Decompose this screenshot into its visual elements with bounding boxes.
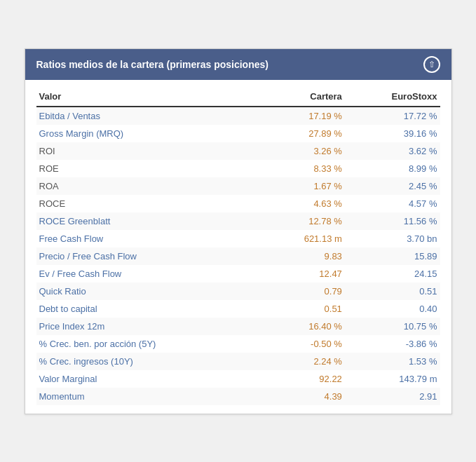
table-row: ROA1.67 %2.45 % bbox=[36, 177, 440, 195]
row-eurostoxx: 3.70 bn bbox=[345, 230, 440, 247]
col-cartera: Cartera bbox=[264, 86, 345, 107]
table-row: Quick Ratio0.790.51 bbox=[36, 283, 440, 300]
table-container: Valor Cartera EuroStoxx Ebitda / Ventas1… bbox=[25, 80, 451, 414]
row-cartera: 12.47 bbox=[264, 265, 345, 283]
row-label: % Crec. ingresos (10Y) bbox=[36, 353, 264, 370]
table-header-row: Valor Cartera EuroStoxx bbox=[36, 86, 440, 107]
row-eurostoxx: 3.62 % bbox=[345, 142, 440, 160]
table-row: Gross Margin (MRQ)27.89 %39.16 % bbox=[36, 125, 440, 142]
row-cartera: 2.24 % bbox=[264, 353, 345, 370]
row-eurostoxx: 4.57 % bbox=[345, 195, 440, 212]
row-cartera: 17.19 % bbox=[264, 107, 345, 125]
row-label: Price Index 12m bbox=[36, 318, 264, 335]
row-cartera: 4.63 % bbox=[264, 195, 345, 212]
table-row: ROCE4.63 %4.57 % bbox=[36, 195, 440, 212]
row-cartera: 0.79 bbox=[264, 283, 345, 300]
row-label: ROCE bbox=[36, 195, 264, 212]
row-eurostoxx: 0.51 bbox=[345, 283, 440, 300]
row-eurostoxx: 2.91 bbox=[345, 388, 440, 405]
collapse-button[interactable]: ⇧ bbox=[423, 56, 440, 73]
table-row: Precio / Free Cash Flow9.8315.89 bbox=[36, 247, 440, 265]
row-eurostoxx: 24.15 bbox=[345, 265, 440, 283]
row-label: Ev / Free Cash Flow bbox=[36, 265, 264, 283]
row-label: Ebitda / Ventas bbox=[36, 107, 264, 125]
row-eurostoxx: 0.40 bbox=[345, 300, 440, 318]
table-row: Ev / Free Cash Flow12.4724.15 bbox=[36, 265, 440, 283]
table-row: Ebitda / Ventas17.19 %17.72 % bbox=[36, 107, 440, 125]
row-eurostoxx: 2.45 % bbox=[345, 177, 440, 195]
row-cartera: 1.67 % bbox=[264, 177, 345, 195]
row-eurostoxx: 11.56 % bbox=[345, 212, 440, 230]
row-cartera: 3.26 % bbox=[264, 142, 345, 160]
row-eurostoxx: -3.86 % bbox=[345, 335, 440, 353]
row-label: Momentum bbox=[36, 388, 264, 405]
row-cartera: 27.89 % bbox=[264, 125, 345, 142]
row-eurostoxx: 17.72 % bbox=[345, 107, 440, 125]
card-header: Ratios medios de la cartera (primeras po… bbox=[25, 49, 451, 80]
table-row: Debt to capital0.510.40 bbox=[36, 300, 440, 318]
row-label: ROCE Greenblatt bbox=[36, 212, 264, 230]
row-label: Debt to capital bbox=[36, 300, 264, 318]
table-row: % Crec. ingresos (10Y)2.24 %1.53 % bbox=[36, 353, 440, 370]
table-row: ROI3.26 %3.62 % bbox=[36, 142, 440, 160]
col-eurostoxx: EuroStoxx bbox=[345, 86, 440, 107]
row-cartera: 16.40 % bbox=[264, 318, 345, 335]
table-row: Price Index 12m16.40 %10.75 % bbox=[36, 318, 440, 335]
row-cartera: 12.78 % bbox=[264, 212, 345, 230]
row-label: ROE bbox=[36, 160, 264, 177]
row-label: % Crec. ben. por acción (5Y) bbox=[36, 335, 264, 353]
row-label: Gross Margin (MRQ) bbox=[36, 125, 264, 142]
row-label: Quick Ratio bbox=[36, 283, 264, 300]
col-valor: Valor bbox=[36, 86, 264, 107]
row-cartera: 0.51 bbox=[264, 300, 345, 318]
table-row: ROE8.33 %8.99 % bbox=[36, 160, 440, 177]
row-cartera: 92.22 bbox=[264, 370, 345, 388]
row-eurostoxx: 15.89 bbox=[345, 247, 440, 265]
ratios-card: Ratios medios de la cartera (primeras po… bbox=[25, 48, 452, 414]
table-row: ROCE Greenblatt12.78 %11.56 % bbox=[36, 212, 440, 230]
table-row: Valor Marginal92.22143.79 m bbox=[36, 370, 440, 388]
row-label: ROA bbox=[36, 177, 264, 195]
table-row: Free Cash Flow621.13 m3.70 bn bbox=[36, 230, 440, 247]
card-title: Ratios medios de la cartera (primeras po… bbox=[36, 59, 268, 70]
row-label: Valor Marginal bbox=[36, 370, 264, 388]
row-cartera: -0.50 % bbox=[264, 335, 345, 353]
table-row: Momentum4.392.91 bbox=[36, 388, 440, 405]
row-cartera: 621.13 m bbox=[264, 230, 345, 247]
row-cartera: 8.33 % bbox=[264, 160, 345, 177]
row-eurostoxx: 1.53 % bbox=[345, 353, 440, 370]
row-eurostoxx: 8.99 % bbox=[345, 160, 440, 177]
row-eurostoxx: 39.16 % bbox=[345, 125, 440, 142]
row-eurostoxx: 10.75 % bbox=[345, 318, 440, 335]
row-label: ROI bbox=[36, 142, 264, 160]
row-label: Precio / Free Cash Flow bbox=[36, 247, 264, 265]
ratios-table: Valor Cartera EuroStoxx Ebitda / Ventas1… bbox=[36, 86, 440, 405]
row-cartera: 4.39 bbox=[264, 388, 345, 405]
table-row: % Crec. ben. por acción (5Y)-0.50 %-3.86… bbox=[36, 335, 440, 353]
row-eurostoxx: 143.79 m bbox=[345, 370, 440, 388]
row-cartera: 9.83 bbox=[264, 247, 345, 265]
row-label: Free Cash Flow bbox=[36, 230, 264, 247]
